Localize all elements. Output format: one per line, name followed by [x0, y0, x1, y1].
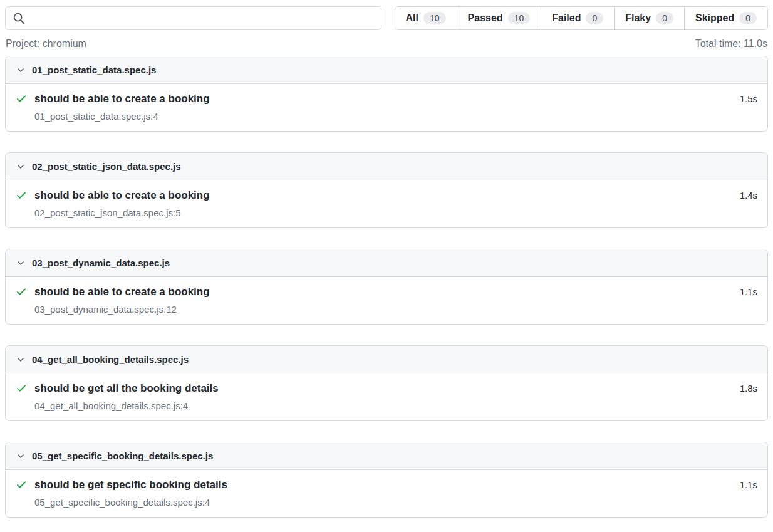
test-duration: 1.1s — [740, 477, 757, 493]
passed-check-icon — [16, 93, 27, 105]
tab-failed[interactable]: Failed 0 — [541, 7, 614, 29]
test-title: should be get all the booking details — [34, 381, 732, 396]
file-group-header[interactable]: 01_post_static_data.spec.js — [6, 56, 767, 84]
chevron-down-icon — [16, 258, 26, 268]
report-page: All 10 Passed 10 Failed 0 Flaky 0 Skippe… — [0, 0, 773, 532]
test-title: should be able to create a booking — [34, 91, 732, 107]
search-container — [5, 6, 381, 30]
passed-check-icon — [16, 190, 27, 201]
total-time-label: Total time: 11.0s — [695, 38, 767, 50]
file-group-header[interactable]: 03_post_dynamic_data.spec.js — [6, 249, 767, 277]
test-result-row[interactable]: should be get all the booking details 1.… — [6, 373, 767, 420]
tab-failed-count-badge: 0 — [586, 12, 603, 24]
tab-flaky[interactable]: Flaky 0 — [614, 7, 684, 29]
test-result-row[interactable]: should be able to create a booking 1.4s … — [6, 180, 767, 227]
test-file-group: 05_get_specific_booking_details.spec.js … — [5, 442, 768, 518]
tab-all[interactable]: All 10 — [395, 7, 457, 29]
test-location-link[interactable]: 03_post_dynamic_data.spec.js:12 — [34, 303, 177, 316]
top-bar: All 10 Passed 10 Failed 0 Flaky 0 Skippe… — [5, 6, 768, 30]
project-label: Project: chromium — [6, 38, 86, 50]
test-location-link[interactable]: 04_get_all_booking_details.spec.js:4 — [34, 400, 188, 412]
tab-flaky-label: Flaky — [625, 13, 651, 24]
test-main-line: should be get all the booking details 1.… — [16, 381, 757, 396]
test-duration: 1.8s — [740, 381, 757, 396]
chevron-down-icon — [16, 65, 26, 75]
test-location-link[interactable]: 05_get_specific_booking_details.spec.js:… — [34, 496, 210, 509]
file-name: 05_get_specific_booking_details.spec.js — [32, 451, 213, 461]
tab-skipped[interactable]: Skipped 0 — [684, 7, 767, 29]
chevron-down-icon — [16, 451, 26, 461]
tab-passed[interactable]: Passed 10 — [457, 7, 541, 29]
file-group-header[interactable]: 02_post_static_json_data.spec.js — [6, 153, 767, 180]
test-file-group: 04_get_all_booking_details.spec.js shoul… — [5, 345, 768, 421]
tab-passed-label: Passed — [468, 13, 503, 24]
tab-passed-count-badge: 10 — [508, 12, 531, 24]
test-main-line: should be able to create a booking 1.1s — [16, 284, 757, 300]
test-result-row[interactable]: should be able to create a booking 1.5s … — [6, 84, 767, 131]
tab-skipped-count-badge: 0 — [739, 12, 757, 24]
file-name: 02_post_static_json_data.spec.js — [32, 161, 181, 172]
chevron-down-icon — [16, 355, 26, 365]
test-main-line: should be able to create a booking 1.4s — [16, 188, 757, 203]
file-group-header[interactable]: 04_get_all_booking_details.spec.js — [6, 346, 767, 373]
sub-header: Project: chromium Total time: 11.0s — [5, 38, 768, 50]
tab-flaky-count-badge: 0 — [656, 12, 673, 24]
test-file-group: 01_post_static_data.spec.js should be ab… — [5, 56, 768, 132]
file-name: 04_get_all_booking_details.spec.js — [32, 354, 189, 365]
passed-check-icon — [16, 479, 27, 491]
test-location-link[interactable]: 02_post_static_json_data.spec.js:5 — [34, 207, 181, 219]
test-main-line: should be get specific booking details 1… — [16, 477, 757, 493]
file-name: 03_post_dynamic_data.spec.js — [32, 258, 170, 268]
test-title: should be able to create a booking — [34, 188, 732, 203]
test-result-row[interactable]: should be able to create a booking 1.1s … — [6, 277, 767, 324]
test-location-link[interactable]: 01_post_static_data.spec.js:4 — [34, 110, 158, 123]
filter-tab-group: All 10 Passed 10 Failed 0 Flaky 0 Skippe… — [395, 6, 768, 30]
test-title: should be able to create a booking — [34, 284, 732, 300]
file-name: 01_post_static_data.spec.js — [32, 65, 156, 75]
tab-all-label: All — [406, 13, 418, 24]
test-duration: 1.5s — [740, 91, 757, 107]
test-file-group: 02_post_static_json_data.spec.js should … — [5, 152, 768, 228]
test-duration: 1.1s — [740, 284, 757, 300]
file-group-header[interactable]: 05_get_specific_booking_details.spec.js — [6, 442, 767, 470]
test-title: should be get specific booking details — [34, 477, 732, 493]
tab-failed-label: Failed — [552, 13, 581, 24]
tab-skipped-label: Skipped — [695, 13, 734, 24]
test-main-line: should be able to create a booking 1.5s — [16, 91, 757, 107]
test-result-row[interactable]: should be get specific booking details 1… — [6, 470, 767, 517]
test-duration: 1.4s — [740, 188, 757, 203]
search-input[interactable] — [5, 6, 381, 30]
passed-check-icon — [16, 383, 27, 394]
tab-all-count-badge: 10 — [423, 12, 446, 24]
test-file-group: 03_post_dynamic_data.spec.js should be a… — [5, 249, 768, 325]
passed-check-icon — [16, 286, 27, 298]
chevron-down-icon — [16, 162, 26, 172]
